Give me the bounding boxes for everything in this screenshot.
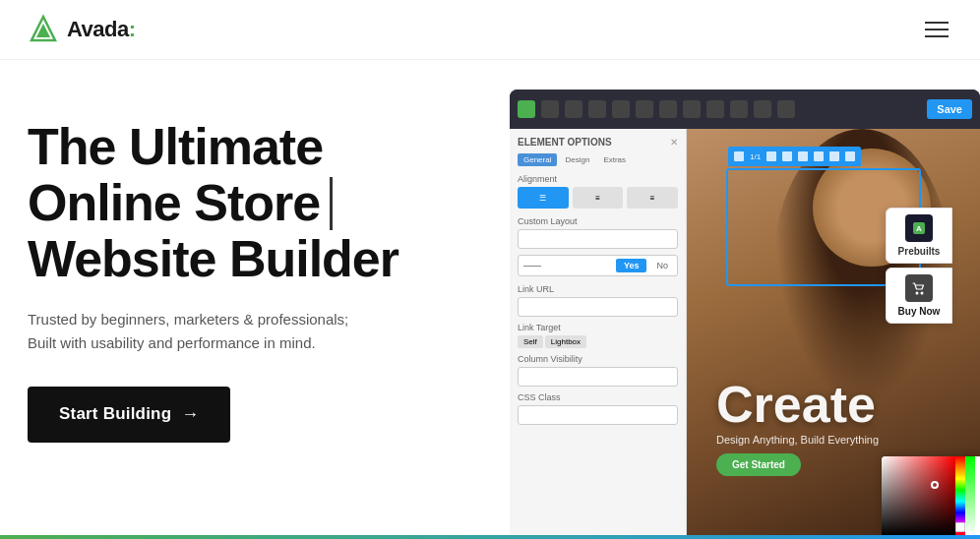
extras-tab[interactable]: Extras	[597, 153, 632, 166]
css-class-input[interactable]	[518, 405, 678, 425]
column-visibility-label: Column Visibility	[518, 354, 678, 364]
svg-text:A: A	[916, 224, 922, 233]
no-button[interactable]: No	[650, 259, 674, 272]
align-right-btn[interactable]: ≡	[627, 187, 678, 209]
title-separator	[330, 177, 333, 230]
create-text: Create	[716, 379, 879, 430]
toolbar-more-icon	[777, 100, 795, 118]
yes-no-toggle: —— Yes No	[518, 255, 678, 276]
column-visibility-input[interactable]	[518, 367, 678, 387]
sel-icon-7	[845, 151, 855, 161]
yes-button[interactable]: Yes	[616, 259, 647, 272]
toolbar-trash-icon	[636, 100, 653, 118]
cart-icon	[905, 274, 933, 302]
css-class-label: CSS Class	[518, 392, 678, 402]
sel-icon-5	[814, 151, 824, 161]
selection-toolbar: 1/1	[728, 147, 861, 166]
hero-left: The Ultimate Online Store Website Builde…	[28, 99, 451, 443]
swatch-white[interactable]	[955, 522, 965, 532]
self-btn[interactable]: Self	[518, 335, 543, 348]
color-alpha-bar[interactable]	[965, 456, 975, 535]
alignment-label: Alignment	[518, 174, 678, 184]
svg-point-4	[916, 292, 919, 295]
canvas-tagline: Design Anything, Build Everything	[716, 434, 879, 446]
navbar: Avada:	[0, 0, 980, 60]
title-line-2: Online Store	[28, 175, 451, 231]
design-tab[interactable]: Design	[559, 153, 595, 166]
svg-point-5	[921, 292, 924, 295]
sel-icon-6	[829, 151, 839, 161]
hero-subtitle: Trusted by beginners, marketers & profes…	[28, 308, 401, 355]
hero-right: Save Element Options ✕ General Design E	[490, 99, 952, 535]
toolbar-layers-icon	[706, 100, 724, 118]
buy-now-label: Buy Now	[898, 306, 941, 317]
avada-logo-icon	[28, 14, 59, 45]
toolbar-clock-icon	[565, 100, 582, 118]
link-url-input[interactable]	[518, 297, 678, 317]
custom-layout-input[interactable]	[518, 229, 678, 249]
page-bottom-bar	[0, 535, 980, 539]
align-left-btn[interactable]: ☰	[518, 187, 569, 209]
hamburger-menu-button[interactable]	[921, 18, 952, 41]
hamburger-line-3	[925, 35, 949, 37]
sel-icon-1	[734, 151, 744, 161]
title-line-1: The Ultimate	[28, 119, 451, 175]
sel-icon-2	[766, 151, 776, 161]
title-line-3: Website Builder	[28, 231, 451, 287]
cta-label: Start Building	[59, 404, 171, 424]
hero-title: The Ultimate Online Store Website Builde…	[28, 119, 451, 288]
color-gradient-area[interactable]	[882, 456, 955, 535]
prebuilts-button[interactable]: A Prebuilts	[886, 208, 952, 264]
sel-count: 1/1	[750, 152, 761, 161]
toolbar-grid-icon	[588, 100, 606, 118]
start-building-button[interactable]: Start Building →	[28, 387, 230, 443]
link-url-label: Link URL	[518, 284, 678, 294]
color-picker-body	[882, 456, 980, 519]
toolbar-col-icon	[541, 100, 559, 118]
get-started-button[interactable]: Get Started	[716, 453, 801, 476]
prebuilts-icon: A	[905, 214, 933, 242]
custom-layout-label: Custom Layout	[518, 216, 678, 226]
sel-icon-3	[782, 151, 792, 161]
toolbar-book-icon	[754, 100, 771, 118]
general-tab[interactable]: General	[518, 153, 557, 166]
hamburger-line-1	[925, 22, 949, 24]
cta-arrow: →	[181, 404, 199, 425]
toolbar-help-icon	[659, 100, 677, 118]
toolbar-add-icon	[612, 100, 630, 118]
brand-colon: :	[129, 17, 136, 41]
lightbox-btn[interactable]: Lightbox	[545, 335, 586, 348]
color-picker-widget[interactable]	[882, 456, 980, 535]
color-picker-cursor	[931, 481, 939, 489]
toolbar-avada-icon	[518, 100, 535, 118]
buy-now-button[interactable]: Buy Now	[886, 268, 952, 324]
create-overlay: Create Design Anything, Build Everything…	[716, 379, 879, 476]
toolbar-eye-icon	[730, 100, 748, 118]
builder-canvas: 1/1 Create Desi	[687, 129, 980, 535]
builder-sidebar-panel: Element Options ✕ General Design Extras …	[510, 129, 687, 535]
prebuilts-label: Prebuilts	[898, 246, 941, 257]
logo-area: Avada:	[28, 14, 136, 45]
main-content: The Ultimate Online Store Website Builde…	[0, 60, 980, 535]
align-center-btn[interactable]: ≡	[573, 187, 624, 209]
builder-body: Element Options ✕ General Design Extras …	[510, 129, 980, 535]
element-options-title: Element Options ✕	[518, 137, 678, 148]
builder-toolbar: Save	[510, 90, 980, 129]
hamburger-line-2	[925, 29, 949, 30]
toolbar-desktop-icon	[683, 100, 701, 118]
brand-name: Avada:	[67, 17, 136, 42]
save-button[interactable]: Save	[927, 99, 972, 119]
sel-icon-4	[798, 151, 808, 161]
link-target-label: Link Target	[518, 323, 678, 332]
alignment-toggle: ☰ ≡ ≡	[518, 187, 678, 209]
floating-sidebar-buttons: A Prebuilts Buy Now	[886, 208, 952, 324]
